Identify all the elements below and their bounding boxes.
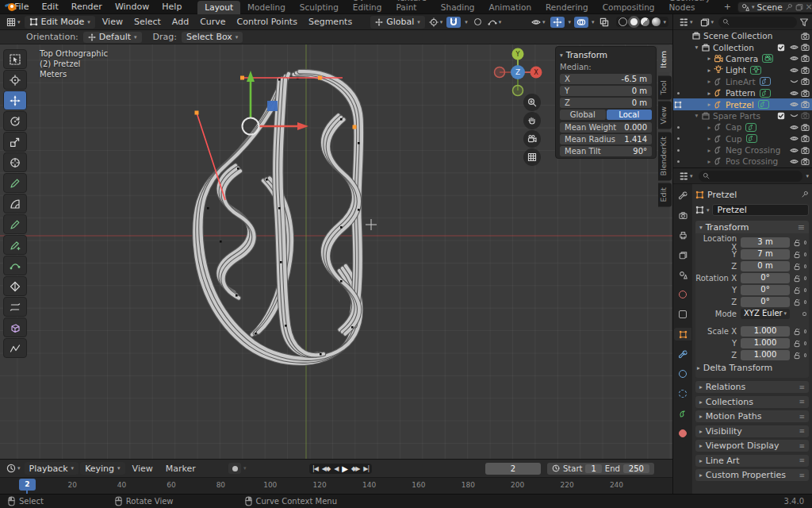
disable-render-camera-icon[interactable]: [801, 146, 810, 155]
transform-section-header[interactable]: ▾Transform≡: [695, 221, 809, 233]
outliner-row[interactable]: ▸ Cap: [673, 121, 812, 133]
tab-world[interactable]: [674, 288, 691, 301]
tab-scene[interactable]: [674, 268, 691, 281]
section-header[interactable]: ▸Line Art≡: [695, 455, 809, 467]
tool-button[interactable]: [3, 318, 27, 337]
section-header[interactable]: ▸Visibility≡: [695, 425, 809, 437]
navigation-gizmo[interactable]: Y X Z: [492, 46, 542, 97]
value-field[interactable]: 1.000: [741, 326, 790, 337]
tool-button[interactable]: [3, 194, 27, 214]
keying-set-dropdown[interactable]: ▾: [243, 465, 247, 471]
timeline-ruler[interactable]: 20406080100120140160180200220240 2: [0, 477, 672, 494]
playback-menu[interactable]: Playback▾: [25, 462, 79, 475]
object-name[interactable]: Neg Crossing: [726, 145, 780, 155]
zoom-button[interactable]: [523, 94, 541, 111]
disable-render-camera-icon[interactable]: [801, 66, 810, 75]
hide-eye-icon[interactable]: [790, 123, 799, 132]
tab-object[interactable]: [674, 328, 691, 341]
pin-icon[interactable]: [801, 190, 809, 198]
gizmo-x-arrow[interactable]: [297, 122, 308, 130]
orthographic-toggle-button[interactable]: [523, 148, 541, 166]
play-button[interactable]: ▶: [342, 464, 347, 473]
disable-render-camera-icon[interactable]: [801, 77, 810, 86]
new-scene-icon[interactable]: [795, 3, 803, 11]
tab-physics[interactable]: [674, 387, 691, 400]
tool-button[interactable]: [3, 49, 27, 69]
end-frame-field[interactable]: 250: [623, 464, 649, 473]
lock-icon[interactable]: [793, 352, 801, 360]
start-frame-field[interactable]: 1: [585, 464, 601, 473]
camera-view-button[interactable]: [523, 130, 541, 148]
hide-eye-icon[interactable]: [790, 134, 799, 143]
object-name[interactable]: Pattern: [726, 88, 756, 98]
expand-caret[interactable]: ▸: [705, 101, 714, 108]
filter-icon[interactable]: [799, 17, 809, 27]
value-field[interactable]: 0°: [741, 273, 790, 283]
lock-icon[interactable]: [793, 275, 801, 283]
scene-selector[interactable]: ▾ Scene ×: [737, 2, 812, 13]
lock-icon[interactable]: [793, 340, 801, 348]
tab-collection[interactable]: [674, 308, 691, 321]
tab-object-data[interactable]: [674, 407, 691, 420]
tool-button[interactable]: [3, 297, 27, 317]
hide-eye-icon[interactable]: [790, 111, 799, 120]
chevron-down-icon[interactable]: ▾: [707, 207, 710, 214]
expand-caret[interactable]: ▸: [705, 78, 714, 85]
expand-caret[interactable]: ▸: [705, 147, 714, 154]
section-header[interactable]: ▸Custom Properties≡: [695, 469, 809, 481]
pan-hand-button[interactable]: [523, 112, 541, 129]
expand-caret[interactable]: ▸: [705, 158, 714, 165]
gizmo-y-arrow[interactable]: [247, 71, 255, 82]
next-keyframe-button[interactable]: ◆▶: [351, 465, 359, 472]
tab-view-layer[interactable]: [674, 248, 691, 261]
disable-render-camera-icon[interactable]: [801, 32, 810, 40]
median-field[interactable]: X-6.5 m: [560, 74, 652, 84]
lock-icon[interactable]: [793, 328, 801, 336]
sidebar-tab[interactable]: Edit: [658, 183, 672, 206]
jump-to-end-button[interactable]: ▶|: [363, 465, 369, 472]
disable-render-camera-icon[interactable]: [801, 111, 810, 120]
animate-dot[interactable]: [804, 353, 806, 357]
mean-field[interactable]: Mean Weight0.000: [560, 122, 652, 133]
mean-field[interactable]: Mean Tilt90°: [560, 146, 652, 156]
tool-button[interactable]: [3, 276, 27, 296]
value-field[interactable]: 1.000: [741, 350, 790, 360]
tool-button[interactable]: [3, 338, 27, 358]
sidebar-tab[interactable]: View: [658, 102, 672, 129]
playhead[interactable]: 2: [19, 479, 36, 491]
outliner-row[interactable]: ▸ Light: [673, 64, 812, 75]
transform-panel-header[interactable]: ▾Transform: [560, 50, 652, 60]
animate-dot[interactable]: [804, 241, 806, 244]
outliner-row[interactable]: ▸ Cup: [673, 133, 812, 144]
hide-eye-icon[interactable]: [790, 89, 799, 98]
previous-keyframe-button[interactable]: ◀◆: [322, 465, 330, 472]
tool-button[interactable]: [3, 235, 27, 255]
disable-render-camera-icon[interactable]: [801, 89, 810, 98]
object-name[interactable]: Camera: [726, 54, 758, 64]
properties-editor-type-button[interactable]: ▾: [676, 171, 695, 182]
object-name[interactable]: Spare Parts: [713, 111, 760, 121]
tab-render[interactable]: [674, 209, 691, 221]
tab-particles[interactable]: [674, 368, 691, 380]
hide-eye-icon[interactable]: [790, 43, 799, 52]
expand-caret[interactable]: ▸: [705, 135, 714, 142]
jump-to-start-button[interactable]: |◀: [312, 465, 318, 472]
pin-icon[interactable]: [785, 3, 793, 11]
outliner-row[interactable]: ▾ Spare Parts: [673, 110, 812, 121]
animate-dot[interactable]: [802, 312, 806, 316]
outliner-search-input[interactable]: [718, 17, 797, 28]
sidebar-tab[interactable]: Tool: [658, 75, 672, 99]
section-header[interactable]: ▸Relations≡: [695, 381, 809, 393]
tool-button[interactable]: [3, 256, 27, 275]
timeline-view-menu[interactable]: View: [127, 463, 159, 475]
add-workspace-button[interactable]: +: [719, 2, 736, 12]
object-name[interactable]: Pos Crossing: [726, 156, 778, 166]
space-button[interactable]: Global: [560, 110, 606, 120]
close-icon[interactable]: ×: [806, 2, 812, 12]
tab-modifiers[interactable]: [674, 348, 691, 360]
value-field[interactable]: 0°: [741, 297, 790, 307]
outliner-row[interactable]: ▸ Pattern: [673, 87, 812, 98]
object-name[interactable]: Cap: [726, 122, 741, 132]
expand-caret[interactable]: ▾: [692, 112, 701, 119]
breadcrumb-object[interactable]: Pretzel: [707, 190, 737, 200]
